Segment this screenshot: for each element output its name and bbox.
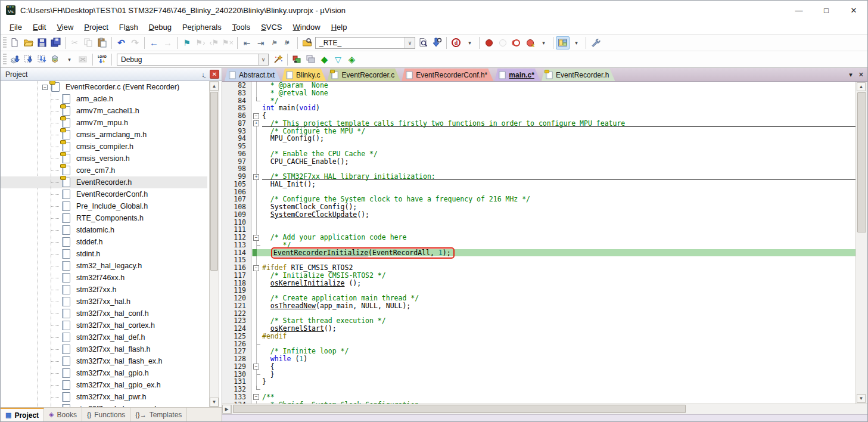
menu-window[interactable]: Window — [287, 21, 325, 33]
fold-collapse-icon[interactable]: − — [253, 364, 259, 370]
configure-wrench-button[interactable] — [589, 36, 602, 49]
tree-item-stddef-h[interactable]: stddef.h — [1, 236, 207, 248]
tree-item-core-cm7-h[interactable]: core_cm7.h — [1, 165, 207, 176]
window-layout-button[interactable] — [556, 36, 570, 49]
tree-item-stdatomic-h[interactable]: stdatomic.h — [1, 224, 207, 236]
tree-item-stm32f7xx-hal-gpio-h[interactable]: stm32f7xx_hal_gpio.h — [1, 367, 207, 379]
code-line-85[interactable]: 85int main(void) — [222, 104, 855, 112]
breakpoint-kill-all-button[interactable] — [523, 36, 537, 49]
find-in-files-button[interactable] — [416, 36, 430, 49]
code-line-112[interactable]: 112− /* Add your application code here — [222, 234, 855, 241]
tree-item-stm32f7xx-hal-conf-h[interactable]: stm32f7xx_hal_conf.h — [1, 308, 207, 319]
tree-item-stm32f7xx-hal-def-h[interactable]: stm32f7xx_hal_def.h — [1, 331, 207, 343]
breakpoint-toggle-button[interactable] — [482, 36, 496, 49]
code-line-99[interactable]: 99+ /* STM32F7xx HAL library initializat… — [222, 173, 855, 181]
code-line-110[interactable]: 110 — [222, 219, 855, 226]
tree-item-cmsis-version-h[interactable]: cmsis_version.h — [1, 153, 207, 165]
workspace-tab-project[interactable]: ▦Project — [1, 408, 44, 421]
tree-item-cmsis-armclang-m-h[interactable]: cmsis_armclang_m.h — [1, 129, 207, 141]
unindent-button[interactable]: ⇤ — [240, 36, 254, 49]
tree-item-stm32f7xx-hal-pwr-ex-h[interactable]: stm32f7xx_hal_pwr_ex.h — [1, 403, 207, 407]
dropdown-arrow-button[interactable]: ▾ — [570, 36, 583, 49]
dropdown-arrow-button[interactable]: ▾ — [63, 53, 76, 66]
pack-installer-button[interactable]: ◈ — [345, 53, 359, 66]
fold-collapse-icon[interactable]: − — [253, 265, 259, 271]
code-line-124[interactable]: 124 osKernelStart(); — [222, 325, 855, 333]
scroll-right-arrow[interactable]: ▶ — [222, 405, 231, 414]
menu-peripherals[interactable]: Peripherals — [177, 21, 227, 33]
build-button[interactable] — [21, 53, 35, 66]
incremental-find-button[interactable] — [430, 36, 444, 49]
editor-tab-main-c[interactable]: main.c* — [494, 69, 540, 81]
dropdown-arrow-button[interactable]: ▾ — [463, 36, 477, 49]
manage-rte-button[interactable]: ◆ — [318, 53, 331, 66]
target-select-combobox[interactable]: Debug ∨ — [117, 54, 269, 66]
fold-expand-icon[interactable]: + — [253, 120, 259, 126]
tree-item-eventrecorder-h[interactable]: EventRecorder.h — [1, 176, 207, 188]
scroll-up-arrow[interactable]: ▲ — [857, 82, 866, 91]
maximize-button[interactable]: □ — [813, 1, 840, 20]
close-button[interactable]: ✕ — [840, 1, 867, 20]
menu-flash[interactable]: Flash — [114, 21, 144, 33]
rebuild-button[interactable] — [35, 53, 49, 66]
search-combobox[interactable]: _RTE_ ∨ — [315, 37, 415, 49]
tree-item-stdint-h[interactable]: stdint.h — [1, 248, 207, 260]
windows-stack-button[interactable] — [304, 53, 318, 66]
close-file-icon[interactable]: ✕ — [858, 71, 864, 79]
code-line-127[interactable]: 127 /* Infinite loop */ — [222, 347, 855, 355]
nav-forward-button[interactable]: → — [161, 36, 175, 49]
fold-collapse-icon[interactable]: − — [253, 235, 259, 241]
code-line-109[interactable]: 109 SystemCoreClockUpdate(); — [222, 211, 855, 219]
tree-item-armv7m-mpu-h[interactable]: armv7m_mpu.h — [1, 117, 207, 129]
scroll-down-arrow[interactable]: ▼ — [857, 394, 866, 403]
comment-selection-button[interactable]: /≡ — [267, 36, 281, 49]
tree-item-pre-include-global-h[interactable]: Pre_Include_Global.h — [1, 200, 207, 212]
search-combobox-dropdown-icon[interactable]: ∨ — [405, 38, 415, 48]
editor-tab-abstract-txt[interactable]: Abstract.txt — [225, 69, 281, 81]
menu-svcs[interactable]: SVCS — [256, 21, 287, 33]
menu-view[interactable]: View — [51, 21, 79, 33]
scrollbar-thumb[interactable] — [210, 92, 218, 271]
editor-tab-eventrecorder-h[interactable]: EventRecorder.h — [542, 69, 615, 81]
panel-close-icon[interactable]: ✕ — [210, 70, 219, 79]
menu-tools[interactable]: Tools — [227, 21, 256, 33]
toolbar-gripper[interactable] — [3, 37, 7, 49]
code-line-130[interactable]: 130 } — [222, 371, 855, 378]
menu-debug[interactable]: Debug — [144, 21, 177, 33]
editor-tab-eventrecorderconf-h[interactable]: EventRecorderConf.h* — [402, 69, 493, 81]
code-line-121[interactable]: 121 osThreadNew(app_main, NULL, NULL); — [222, 302, 855, 310]
tree-item-stm32f7xx-hal-flash-h[interactable]: stm32f7xx_hal_flash.h — [1, 343, 207, 355]
menu-help[interactable]: Help — [326, 21, 353, 33]
uncomment-selection-button[interactable]: /≢ — [281, 36, 295, 49]
code-line-83[interactable]: 83 * @retval None — [222, 89, 855, 97]
target-select-dropdown-icon[interactable]: ∨ — [258, 54, 268, 65]
tree-item-eventrecorderconf-h[interactable]: EventRecorderConf.h — [1, 188, 207, 200]
nav-back-button[interactable]: ← — [147, 36, 161, 49]
code-view[interactable]: 82 * @param None83 * @retval None84 */85… — [222, 82, 855, 404]
paste-button[interactable] — [95, 36, 109, 49]
tree-item-stm32f7xx-hal-cortex-h[interactable]: stm32f7xx_hal_cortex.h — [1, 319, 207, 331]
define-search-button[interactable]: d — [449, 36, 463, 49]
workspace-tab-books[interactable]: ◈Books — [44, 408, 82, 421]
code-line-94[interactable]: 94 MPU_Config(); — [222, 135, 855, 142]
code-line-125[interactable]: 125#endif — [222, 333, 855, 340]
editor-tab-blinky-c[interactable]: Blinky.c — [282, 69, 326, 81]
tree-item-armv7m-cachel1-h[interactable]: armv7m_cachel1.h — [1, 105, 207, 117]
code-line-97[interactable]: 97 CPU_CACHE_Enable(); — [222, 158, 855, 166]
code-line-105[interactable]: 105 HAL_Init(); — [222, 181, 855, 188]
fold-collapse-icon[interactable]: − — [253, 113, 259, 119]
tree-item-stm32-hal-legacy-h[interactable]: stm32_hal_legacy.h — [1, 260, 207, 272]
bookmark-prev-button[interactable]: ‹⚑ — [207, 36, 221, 49]
file-extensions-button[interactable]: ▽ — [331, 53, 345, 66]
menu-project[interactable]: Project — [79, 21, 113, 33]
tree-item-cmsis-compiler-h[interactable]: cmsis_compiler.h — [1, 141, 207, 153]
tree-item-stm32f7xx-hal-gpio-ex-h[interactable]: stm32f7xx_hal_gpio_ex.h — [1, 379, 207, 391]
project-tree-scrollbar[interactable]: ▲ ▼ — [209, 81, 219, 407]
code-line-118[interactable]: 118 osKernelInitialize (); — [222, 280, 855, 287]
code-line-128[interactable]: 128 while (1) — [222, 355, 855, 363]
code-line-132[interactable]: 132 — [222, 386, 855, 393]
scroll-up-arrow[interactable]: ▲ — [210, 82, 219, 91]
scrollbar-thumb[interactable] — [857, 92, 866, 232]
dropdown-arrow-button[interactable]: ▾ — [537, 36, 550, 49]
stop-build-button[interactable] — [76, 53, 90, 66]
